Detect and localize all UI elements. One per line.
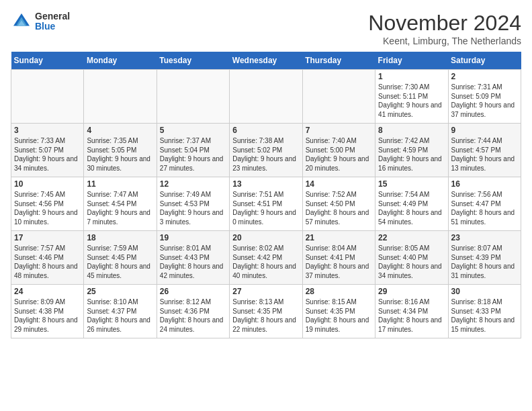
week-row: 10Sunrise: 7:45 AM Sunset: 4:56 PM Dayli… (11, 177, 521, 231)
day-info: Sunrise: 7:54 AM Sunset: 4:49 PM Dayligh… (378, 190, 445, 226)
day-number: 17 (14, 233, 81, 242)
day-info: Sunrise: 8:13 AM Sunset: 4:35 PM Dayligh… (232, 298, 299, 334)
calendar-cell: 22Sunrise: 8:05 AM Sunset: 4:40 PM Dayli… (375, 231, 448, 285)
calendar-cell: 28Sunrise: 8:15 AM Sunset: 4:35 PM Dayli… (302, 285, 375, 338)
day-number: 8 (378, 126, 445, 135)
day-info: Sunrise: 7:33 AM Sunset: 5:07 PM Dayligh… (14, 136, 81, 173)
calendar-cell: 26Sunrise: 8:12 AM Sunset: 4:36 PM Dayli… (157, 285, 229, 338)
logo: General Blue (11, 11, 70, 32)
day-number: 26 (160, 287, 226, 296)
day-info: Sunrise: 7:52 AM Sunset: 4:50 PM Dayligh… (306, 190, 372, 226)
calendar-cell (84, 70, 157, 124)
day-number: 19 (160, 233, 226, 242)
calendar-cell: 7Sunrise: 7:40 AM Sunset: 5:00 PM Daylig… (302, 124, 375, 177)
day-number: 16 (451, 179, 518, 189)
day-number: 11 (87, 179, 153, 189)
day-number: 15 (378, 179, 445, 189)
column-header-monday: Monday (84, 52, 157, 70)
calendar-cell: 14Sunrise: 7:52 AM Sunset: 4:50 PM Dayli… (302, 177, 375, 231)
calendar-cell: 24Sunrise: 8:09 AM Sunset: 4:38 PM Dayli… (11, 285, 84, 338)
day-info: Sunrise: 7:44 AM Sunset: 4:57 PM Dayligh… (451, 136, 518, 173)
logo-general: General (35, 11, 70, 21)
calendar-cell: 20Sunrise: 8:02 AM Sunset: 4:42 PM Dayli… (230, 231, 302, 285)
day-number: 18 (87, 233, 153, 242)
calendar-cell: 23Sunrise: 8:07 AM Sunset: 4:39 PM Dayli… (448, 231, 521, 285)
calendar-cell: 12Sunrise: 7:49 AM Sunset: 4:53 PM Dayli… (157, 177, 229, 231)
calendar-cell: 11Sunrise: 7:47 AM Sunset: 4:54 PM Dayli… (84, 177, 157, 231)
day-info: Sunrise: 7:30 AM Sunset: 5:11 PM Dayligh… (378, 83, 445, 119)
day-info: Sunrise: 8:09 AM Sunset: 4:38 PM Dayligh… (14, 298, 81, 334)
day-info: Sunrise: 7:37 AM Sunset: 5:04 PM Dayligh… (160, 136, 226, 173)
calendar-cell: 5Sunrise: 7:37 AM Sunset: 5:04 PM Daylig… (157, 124, 229, 177)
column-header-wednesday: Wednesday (230, 52, 302, 70)
day-number: 21 (306, 233, 372, 242)
day-info: Sunrise: 7:51 AM Sunset: 4:51 PM Dayligh… (232, 190, 299, 226)
day-info: Sunrise: 7:35 AM Sunset: 5:05 PM Dayligh… (87, 136, 153, 173)
calendar-cell: 19Sunrise: 8:01 AM Sunset: 4:43 PM Dayli… (157, 231, 229, 285)
calendar-cell: 1Sunrise: 7:30 AM Sunset: 5:11 PM Daylig… (375, 70, 448, 124)
day-info: Sunrise: 8:02 AM Sunset: 4:42 PM Dayligh… (232, 244, 299, 280)
calendar-cell: 15Sunrise: 7:54 AM Sunset: 4:49 PM Dayli… (375, 177, 448, 231)
calendar-cell (230, 70, 302, 124)
title-area: November 2024 Keent, Limburg, The Nether… (368, 11, 521, 46)
day-number: 5 (160, 126, 226, 135)
column-header-sunday: Sunday (11, 52, 84, 70)
day-info: Sunrise: 8:01 AM Sunset: 4:43 PM Dayligh… (160, 244, 226, 280)
column-header-saturday: Saturday (448, 52, 521, 70)
calendar-cell: 25Sunrise: 8:10 AM Sunset: 4:37 PM Dayli… (84, 285, 157, 338)
calendar-cell: 9Sunrise: 7:44 AM Sunset: 4:57 PM Daylig… (448, 124, 521, 177)
day-number: 12 (160, 179, 226, 189)
calendar-cell: 30Sunrise: 8:18 AM Sunset: 4:33 PM Dayli… (448, 285, 521, 338)
calendar-cell: 17Sunrise: 7:57 AM Sunset: 4:46 PM Dayli… (11, 231, 84, 285)
day-info: Sunrise: 7:42 AM Sunset: 4:59 PM Dayligh… (378, 136, 445, 173)
calendar-cell: 2Sunrise: 7:31 AM Sunset: 5:09 PM Daylig… (448, 70, 521, 124)
week-row: 17Sunrise: 7:57 AM Sunset: 4:46 PM Dayli… (11, 231, 521, 285)
day-number: 9 (451, 126, 518, 135)
day-info: Sunrise: 8:16 AM Sunset: 4:34 PM Dayligh… (378, 298, 445, 334)
week-row: 1Sunrise: 7:30 AM Sunset: 5:11 PM Daylig… (11, 70, 521, 124)
day-info: Sunrise: 8:10 AM Sunset: 4:37 PM Dayligh… (87, 298, 153, 334)
day-info: Sunrise: 8:04 AM Sunset: 4:41 PM Dayligh… (306, 244, 372, 280)
day-number: 22 (378, 233, 445, 242)
calendar-cell: 6Sunrise: 7:38 AM Sunset: 5:02 PM Daylig… (230, 124, 302, 177)
day-number: 20 (232, 233, 299, 242)
logo-text: General Blue (35, 11, 70, 32)
day-number: 23 (451, 233, 518, 242)
day-number: 2 (451, 72, 518, 81)
calendar-cell (11, 70, 84, 124)
day-info: Sunrise: 7:57 AM Sunset: 4:46 PM Dayligh… (14, 244, 81, 280)
day-number: 24 (14, 287, 81, 296)
calendar-cell: 10Sunrise: 7:45 AM Sunset: 4:56 PM Dayli… (11, 177, 84, 231)
day-info: Sunrise: 7:59 AM Sunset: 4:45 PM Dayligh… (87, 244, 153, 280)
day-number: 13 (232, 179, 299, 189)
day-info: Sunrise: 7:45 AM Sunset: 4:56 PM Dayligh… (14, 190, 81, 226)
day-number: 30 (451, 287, 518, 296)
calendar-cell: 21Sunrise: 8:04 AM Sunset: 4:41 PM Dayli… (302, 231, 375, 285)
calendar-cell: 16Sunrise: 7:56 AM Sunset: 4:47 PM Dayli… (448, 177, 521, 231)
day-info: Sunrise: 7:38 AM Sunset: 5:02 PM Dayligh… (232, 136, 299, 173)
calendar-cell: 8Sunrise: 7:42 AM Sunset: 4:59 PM Daylig… (375, 124, 448, 177)
day-number: 27 (232, 287, 299, 296)
calendar-table: SundayMondayTuesdayWednesdayThursdayFrid… (11, 52, 521, 338)
day-info: Sunrise: 7:31 AM Sunset: 5:09 PM Dayligh… (451, 83, 518, 119)
calendar-header-row: SundayMondayTuesdayWednesdayThursdayFrid… (11, 52, 521, 70)
month-title: November 2024 (368, 11, 521, 36)
day-number: 6 (232, 126, 299, 135)
day-info: Sunrise: 7:49 AM Sunset: 4:53 PM Dayligh… (160, 190, 226, 226)
calendar-cell: 18Sunrise: 7:59 AM Sunset: 4:45 PM Dayli… (84, 231, 157, 285)
day-info: Sunrise: 7:56 AM Sunset: 4:47 PM Dayligh… (451, 190, 518, 226)
day-info: Sunrise: 8:18 AM Sunset: 4:33 PM Dayligh… (451, 298, 518, 334)
day-number: 25 (87, 287, 153, 296)
day-number: 7 (306, 126, 372, 135)
day-info: Sunrise: 8:05 AM Sunset: 4:40 PM Dayligh… (378, 244, 445, 280)
day-info: Sunrise: 8:15 AM Sunset: 4:35 PM Dayligh… (306, 298, 372, 334)
calendar-cell (157, 70, 229, 124)
day-info: Sunrise: 7:40 AM Sunset: 5:00 PM Dayligh… (306, 136, 372, 173)
day-number: 3 (14, 126, 81, 135)
calendar-cell (302, 70, 375, 124)
calendar-cell: 4Sunrise: 7:35 AM Sunset: 5:05 PM Daylig… (84, 124, 157, 177)
day-info: Sunrise: 8:07 AM Sunset: 4:39 PM Dayligh… (451, 244, 518, 280)
day-number: 29 (378, 287, 445, 296)
calendar-cell: 29Sunrise: 8:16 AM Sunset: 4:34 PM Dayli… (375, 285, 448, 338)
calendar-cell: 13Sunrise: 7:51 AM Sunset: 4:51 PM Dayli… (230, 177, 302, 231)
